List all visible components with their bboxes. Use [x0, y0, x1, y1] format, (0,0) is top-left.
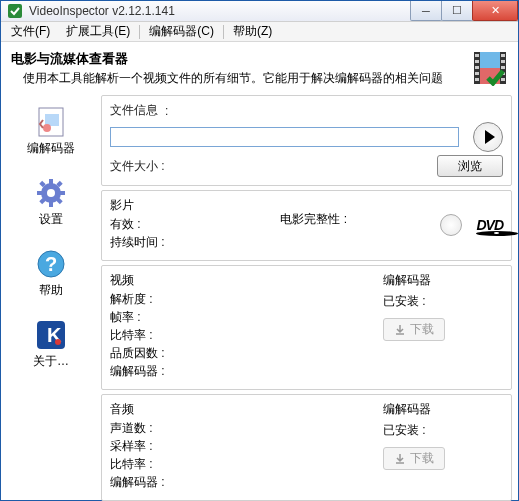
intro-section: 电影与流媒体查看器 使用本工具能解析一个视频文件的所有细节。它能用于解决编解码器… [7, 46, 512, 95]
video-fps-label: 帧率 : [110, 309, 141, 326]
window-controls: ─ ☐ ✕ [410, 1, 518, 21]
svg-rect-4 [475, 60, 479, 63]
titlebar: VideoInspector v2.12.1.141 ─ ☐ ✕ [1, 1, 518, 22]
play-button[interactable] [473, 122, 503, 152]
svg-rect-23 [59, 191, 65, 195]
video-section-title: 视频 [110, 272, 383, 289]
fileinfo-input[interactable] [110, 127, 459, 147]
download-icon [394, 324, 406, 336]
panels: 文件信息: 文件大小 : 浏览 [101, 95, 512, 501]
intro-title: 电影与流媒体查看器 [11, 50, 466, 68]
download-icon [394, 453, 406, 465]
sidebar-help-button[interactable]: ? 帮助 [9, 241, 93, 304]
audio-channels-label: 声道数 : [110, 420, 153, 437]
video-codec-label: 编解码器 : [110, 363, 165, 380]
movie-complete-label: 电影完整性 : [280, 211, 347, 228]
video-bitrate-label: 比特率 : [110, 327, 153, 344]
menu-separator [139, 25, 140, 39]
svg-rect-8 [501, 54, 505, 57]
about-icon: K [35, 319, 67, 351]
svg-rect-22 [37, 191, 43, 195]
dvd-logo-icon: DVD [476, 217, 503, 233]
menu-codecs[interactable]: 编解码器(C) [141, 21, 222, 42]
audio-panel: 音频 声道数 : 采样率 : 比特率 : 编解码器 : 编解码器 已安装 : [101, 394, 512, 501]
help-icon: ? [35, 248, 67, 280]
svg-text:?: ? [45, 253, 57, 275]
svg-rect-3 [475, 54, 479, 57]
fileinfo-panel: 文件信息: 文件大小 : 浏览 [101, 95, 512, 186]
audio-samplerate-label: 采样率 : [110, 438, 153, 455]
maximize-button[interactable]: ☐ [441, 1, 473, 21]
svg-point-32 [55, 339, 61, 345]
video-download-button[interactable]: 下载 [383, 318, 445, 341]
window-title: VideoInspector v2.12.1.141 [29, 4, 410, 18]
menu-help[interactable]: 帮助(Z) [225, 21, 280, 42]
fileinfo-label: 文件信息 [110, 102, 158, 119]
audio-installed-label: 已安装 : [383, 422, 426, 439]
menu-separator [223, 25, 224, 39]
svg-rect-7 [475, 78, 479, 81]
svg-rect-0 [8, 4, 22, 18]
app-window: VideoInspector v2.12.1.141 ─ ☐ ✕ 文件(F) 扩… [0, 0, 519, 501]
video-panel: 视频 解析度 : 帧率 : 比特率 : 品质因数 : 编解码器 : 编解码器 已… [101, 265, 512, 390]
svg-rect-20 [49, 179, 53, 185]
movie-valid-label: 有效 : [110, 216, 141, 233]
video-resolution-label: 解析度 : [110, 291, 153, 308]
audio-section-title: 音频 [110, 401, 383, 418]
menubar: 文件(F) 扩展工具(E) 编解码器(C) 帮助(Z) [1, 22, 518, 42]
svg-rect-9 [501, 60, 505, 63]
browse-button[interactable]: 浏览 [437, 155, 503, 177]
sidebar-about-button[interactable]: K 关于… [9, 312, 93, 375]
close-button[interactable]: ✕ [472, 1, 518, 21]
intro-media-icon [472, 50, 508, 86]
svg-rect-6 [475, 72, 479, 75]
sidebar-about-label: 关于… [33, 353, 69, 370]
svg-rect-12 [501, 78, 505, 81]
menu-tools[interactable]: 扩展工具(E) [58, 21, 138, 42]
audio-codec-title: 编解码器 [383, 401, 431, 418]
svg-point-17 [43, 124, 51, 132]
svg-rect-10 [501, 66, 505, 69]
svg-point-19 [47, 189, 55, 197]
audio-codec-label: 编解码器 : [110, 474, 165, 491]
codec-icon [35, 106, 67, 138]
sidebar-help-label: 帮助 [39, 282, 63, 299]
audio-bitrate-label: 比特率 : [110, 456, 153, 473]
movie-status-icon [440, 214, 462, 236]
app-icon [7, 3, 23, 19]
video-quality-label: 品质因数 : [110, 345, 165, 362]
audio-download-button[interactable]: 下载 [383, 447, 445, 470]
svg-rect-21 [49, 201, 53, 207]
movie-panel: 影片 有效 : 持续时间 : 电影完整性 : DVD [101, 190, 512, 261]
body-columns: 编解码器 设置 ? 帮助 K [7, 95, 512, 501]
movie-duration-label: 持续时间 : [110, 234, 165, 251]
intro-description: 使用本工具能解析一个视频文件的所有细节。它能用于解决编解码器的相关问题 [11, 70, 466, 87]
intro-text: 电影与流媒体查看器 使用本工具能解析一个视频文件的所有细节。它能用于解决编解码器… [11, 50, 466, 87]
filesize-label: 文件大小 : [110, 158, 172, 175]
sidebar-settings-label: 设置 [39, 211, 63, 228]
sidebar: 编解码器 设置 ? 帮助 K [7, 95, 95, 501]
gear-icon [35, 177, 67, 209]
menu-file[interactable]: 文件(F) [3, 21, 58, 42]
movie-section-title: 影片 [110, 197, 280, 214]
video-installed-label: 已安装 : [383, 293, 426, 310]
minimize-button[interactable]: ─ [410, 1, 442, 21]
video-codec-title: 编解码器 [383, 272, 431, 289]
content-area: 电影与流媒体查看器 使用本工具能解析一个视频文件的所有细节。它能用于解决编解码器… [1, 42, 518, 501]
svg-rect-5 [475, 66, 479, 69]
sidebar-codec-button[interactable]: 编解码器 [9, 99, 93, 162]
sidebar-codec-label: 编解码器 [27, 140, 75, 157]
sidebar-settings-button[interactable]: 设置 [9, 170, 93, 233]
